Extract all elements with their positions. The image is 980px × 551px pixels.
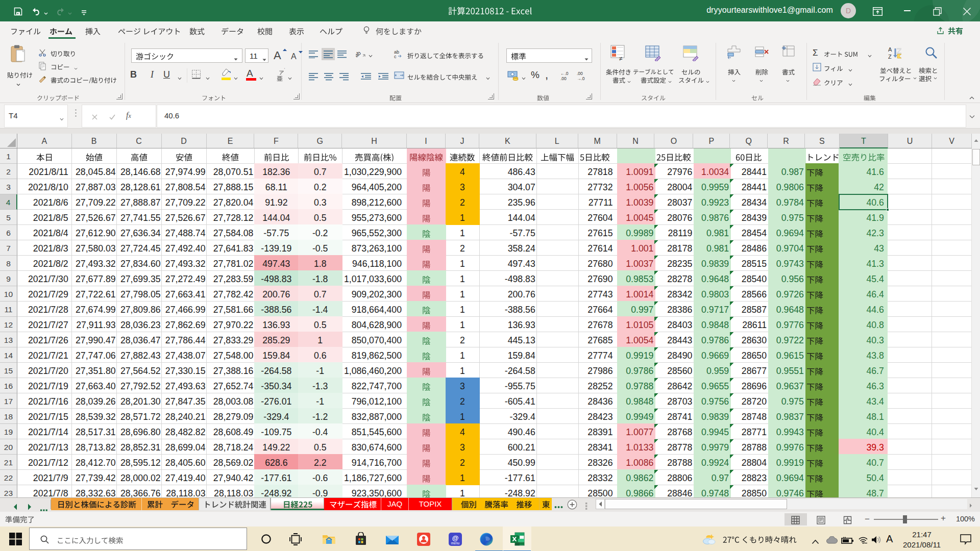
- svg-text:Z: Z: [888, 54, 892, 60]
- svg-text:←.0: ←.0: [560, 71, 569, 76]
- svg-text:≠: ≠: [619, 55, 623, 61]
- svg-text:ab: ab: [356, 49, 362, 58]
- svg-text:menu: menu: [451, 541, 460, 545]
- svg-text:A: A: [247, 68, 253, 79]
- svg-text:→.0: →.0: [577, 76, 585, 81]
- svg-text:.00: .00: [560, 76, 567, 81]
- svg-text:A: A: [274, 49, 281, 61]
- svg-text:.00: .00: [577, 71, 583, 76]
- svg-text:@: @: [452, 534, 459, 542]
- svg-text:A: A: [291, 52, 297, 61]
- svg-text:c: c: [394, 54, 397, 59]
- svg-text:A: A: [888, 46, 892, 53]
